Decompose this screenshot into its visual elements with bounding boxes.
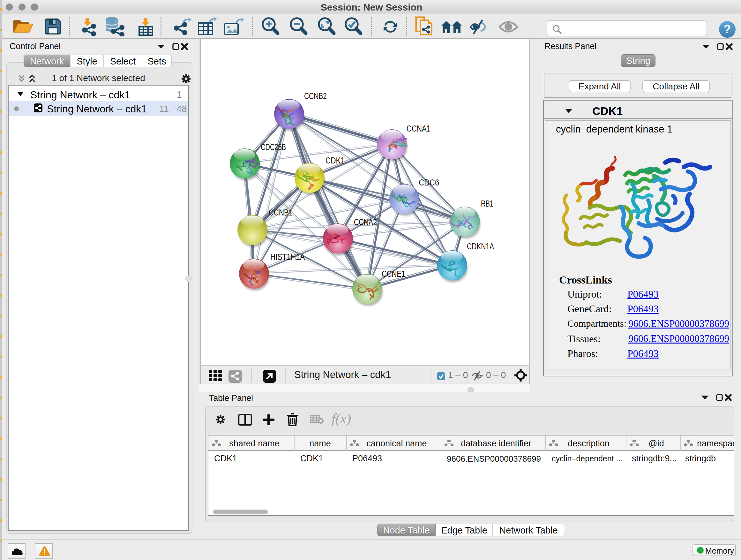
svg-text:RB1: RB1 (481, 199, 493, 208)
svg-text:HIST1H1A: HIST1H1A (270, 252, 305, 262)
svg-text:CDK1: CDK1 (326, 156, 345, 165)
svg-text:CDC6: CDC6 (419, 178, 439, 187)
svg-text:CDC25B: CDC25B (261, 142, 286, 152)
svg-text:CCNE1: CCNE1 (382, 269, 405, 279)
svg-text:CCNB1: CCNB1 (269, 208, 293, 217)
svg-text:CCNA1: CCNA1 (407, 124, 430, 133)
svg-text:CCNB2: CCNB2 (304, 91, 327, 101)
svg-text:CCNA2: CCNA2 (354, 217, 377, 227)
svg-text:CDKN1A: CDKN1A (467, 242, 494, 251)
